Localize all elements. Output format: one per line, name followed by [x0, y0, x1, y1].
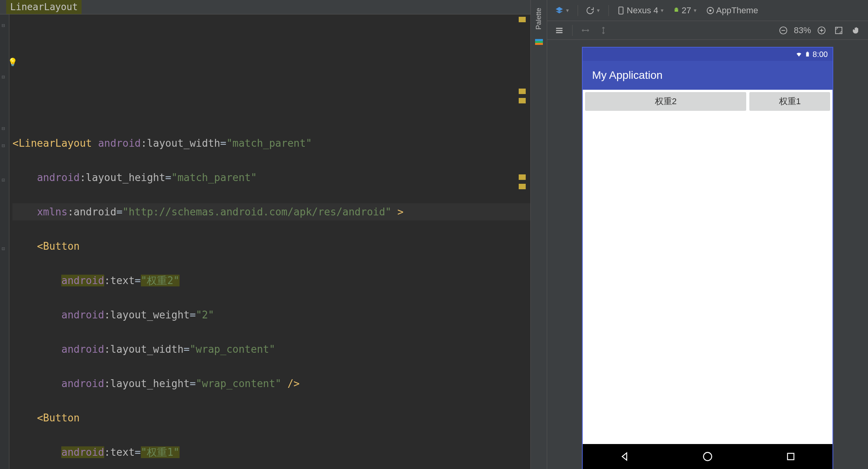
expand-v-icon [599, 26, 608, 35]
preview-button-weight1[interactable]: 权重1 [749, 92, 830, 111]
device-label: Nexus 4 [627, 5, 658, 16]
layers-icon [555, 6, 564, 15]
zoom-in-icon [817, 26, 826, 35]
preview-pane: ▼ ▼ Nexus 4 ▼ 27 ▼ AppTheme [547, 0, 868, 469]
device-dropdown[interactable]: Nexus 4 ▼ [614, 4, 667, 17]
svg-point-13 [703, 453, 711, 461]
warning-marker[interactable] [519, 17, 526, 22]
separator [578, 5, 578, 16]
app-bar: My Application [583, 61, 832, 90]
battery-icon [805, 51, 810, 58]
svg-rect-0 [535, 43, 543, 45]
svg-point-7 [709, 9, 711, 12]
svg-point-4 [675, 9, 676, 9]
app-title: My Application [592, 69, 663, 82]
hand-icon [852, 26, 860, 35]
fold-icon[interactable]: ⊡ [2, 171, 5, 188]
editor-gutter: ⊟ ⊟ ⊟ ⊟ ⊡ ⊡ [0, 14, 9, 469]
editor-pane: LinearLayout ⊟ ⊟ ⊟ ⊟ ⊡ ⊡ 💡 <LinearLayout… [0, 0, 531, 469]
warning-marker[interactable] [519, 184, 526, 189]
fold-icon[interactable]: ⊟ [2, 68, 5, 85]
android-icon [673, 7, 680, 14]
svg-point-5 [677, 9, 678, 9]
warning-marker[interactable] [519, 89, 526, 94]
expand-horizontal-button[interactable] [579, 25, 592, 36]
warning-marker[interactable] [519, 98, 526, 103]
zoom-out-icon [779, 26, 788, 35]
code-content[interactable]: 💡 <LinearLayout android:layout_width="ma… [9, 14, 530, 469]
pan-button[interactable] [849, 25, 863, 36]
wifi-icon [795, 51, 802, 58]
menu-icon [555, 26, 564, 35]
design-surface-dropdown[interactable]: ▼ [553, 5, 572, 16]
theme-icon [706, 6, 715, 15]
zoom-in-button[interactable] [815, 25, 828, 36]
rotate-icon [586, 6, 594, 15]
view-options-button[interactable] [553, 25, 566, 36]
nav-recent-icon[interactable] [785, 451, 796, 462]
separator [572, 25, 573, 36]
fit-icon [834, 26, 843, 35]
device-frame: 8:00 My Application 权重2 权重1 [583, 48, 832, 469]
svg-rect-2 [535, 39, 543, 41]
preview-toolbar: ▼ ▼ Nexus 4 ▼ 27 ▼ AppTheme [547, 0, 868, 21]
lightbulb-icon[interactable]: 💡 [8, 53, 18, 71]
svg-rect-10 [836, 27, 842, 34]
orientation-dropdown[interactable]: ▼ [583, 5, 603, 16]
svg-rect-11 [806, 52, 809, 57]
zoom-level: 83% [794, 25, 811, 36]
preview-toolbar-secondary: 83% [547, 21, 868, 40]
theme-dropdown[interactable]: AppTheme [704, 4, 761, 17]
svg-rect-14 [788, 453, 794, 460]
fold-icon[interactable]: ⊟ [2, 137, 5, 154]
phone-icon [617, 6, 625, 15]
warning-marker[interactable] [519, 174, 526, 180]
svg-rect-12 [807, 52, 808, 53]
nav-home-icon[interactable] [702, 451, 713, 462]
nav-bar [583, 444, 832, 469]
svg-rect-3 [619, 7, 623, 14]
fold-icon[interactable]: ⊡ [2, 240, 5, 257]
palette-label[interactable]: Palette [535, 8, 543, 30]
preview-button-weight2[interactable]: 权重2 [585, 92, 746, 111]
code-editor[interactable]: ⊟ ⊟ ⊟ ⊟ ⊡ ⊡ 💡 <LinearLayout android:layo… [0, 14, 530, 469]
palette-icon[interactable] [534, 37, 544, 47]
fold-icon[interactable]: ⊟ [2, 17, 5, 34]
fold-icon[interactable]: ⊟ [2, 120, 5, 137]
app-content: 权重2 权重1 [583, 90, 832, 444]
chevron-down-icon: ▼ [660, 8, 665, 13]
svg-rect-1 [535, 41, 543, 43]
device-canvas[interactable]: 8:00 My Application 权重2 权重1 [547, 40, 868, 469]
zoom-out-button[interactable] [777, 25, 790, 36]
nav-back-icon[interactable] [619, 451, 630, 462]
expand-vertical-button[interactable] [597, 25, 610, 36]
api-dropdown[interactable]: 27 ▼ [671, 4, 699, 17]
api-label: 27 [681, 5, 691, 16]
expand-h-icon [581, 26, 590, 35]
breadcrumb-item[interactable]: LinearLayout [6, 0, 82, 14]
palette-strip: Palette [531, 0, 547, 469]
chevron-down-icon: ▼ [693, 8, 697, 13]
status-bar: 8:00 [583, 48, 832, 61]
chevron-down-icon: ▼ [596, 8, 601, 13]
breadcrumb-bar: LinearLayout [0, 0, 530, 14]
chevron-down-icon: ▼ [565, 8, 570, 13]
theme-label: AppTheme [716, 5, 758, 16]
zoom-fit-button[interactable] [832, 25, 845, 36]
status-time: 8:00 [813, 50, 828, 59]
separator [608, 5, 609, 16]
